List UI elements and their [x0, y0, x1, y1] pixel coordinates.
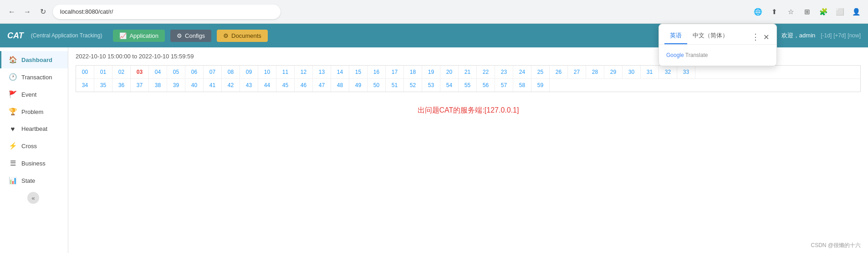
sidebar-item-cross[interactable]: ⚡ Cross	[0, 137, 68, 155]
address-bar[interactable]	[53, 5, 281, 19]
time-cell-40[interactable]: 40	[185, 79, 204, 92]
time-cell-58[interactable]: 58	[513, 79, 531, 92]
translate-tab-chinese[interactable]: 中文（简体）	[687, 30, 734, 44]
time-cell-19[interactable]: 19	[422, 66, 440, 78]
time-cell-23[interactable]: 23	[495, 66, 513, 78]
time-cell-20[interactable]: 20	[440, 66, 459, 78]
puzzle-icon[interactable]: 🧩	[817, 5, 830, 18]
minus1d-link[interactable]: [-1d]	[821, 32, 832, 39]
time-cell-35[interactable]: 35	[94, 79, 112, 92]
google-text: Google	[666, 52, 684, 58]
time-cell-11[interactable]: 11	[276, 66, 295, 78]
time-cell-48[interactable]: 48	[331, 79, 349, 92]
translate-brand: Google Translate	[659, 48, 776, 62]
sidebar-item-heartbeat[interactable]: ♥ Heartbeat	[0, 120, 68, 137]
forward-button[interactable]: →	[21, 5, 34, 18]
time-cell-25[interactable]: 25	[531, 66, 550, 78]
time-cell-13[interactable]: 13	[313, 66, 331, 78]
documents-button[interactable]: ⚙ Documents	[217, 30, 268, 42]
browser-right-icons: 🌐 ⬆ ☆ ⊞ 🧩 ⬜ 👤	[751, 5, 863, 18]
time-cell-30[interactable]: 30	[623, 66, 641, 78]
time-cell-36[interactable]: 36	[112, 79, 131, 92]
extensions-icon[interactable]: ⊞	[801, 5, 813, 18]
time-cell-44[interactable]: 44	[258, 79, 276, 92]
time-cell-28[interactable]: 28	[586, 66, 604, 78]
time-cell-14[interactable]: 14	[331, 66, 349, 78]
time-cell-54[interactable]: 54	[440, 79, 459, 92]
footer-credit: CSDN @很懒的十六	[811, 242, 861, 249]
time-cell-16[interactable]: 16	[368, 66, 386, 78]
time-cell-32[interactable]: 32	[659, 66, 677, 78]
time-cell-08[interactable]: 08	[222, 66, 240, 78]
error-message: 出问题CAT的服务端:[127.0.0.1]	[76, 106, 861, 115]
app-subtitle: (Central Application Tracking)	[31, 32, 102, 39]
time-cell-49[interactable]: 49	[349, 79, 368, 92]
time-cell-03[interactable]: 03	[131, 66, 149, 78]
translate-tab-english[interactable]: 英语	[664, 30, 687, 44]
time-cell-15[interactable]: 15	[349, 66, 368, 78]
sidebar-label-transaction: Transaction	[21, 74, 52, 81]
time-cell-38[interactable]: 38	[149, 79, 167, 92]
time-cell-31[interactable]: 31	[641, 66, 659, 78]
time-cell-01[interactable]: 01	[94, 66, 112, 78]
time-cell-00[interactable]: 00	[76, 66, 94, 78]
time-cell-55[interactable]: 55	[459, 79, 477, 92]
time-cell-45[interactable]: 45	[276, 79, 295, 92]
time-cell-02[interactable]: 02	[112, 66, 131, 78]
application-button[interactable]: 📈 Application	[113, 30, 165, 42]
time-cell-41[interactable]: 41	[204, 79, 222, 92]
sidebar-item-problem[interactable]: 🏆 Problem	[0, 103, 68, 120]
time-cell-22[interactable]: 22	[477, 66, 495, 78]
time-cell-42[interactable]: 42	[222, 79, 240, 92]
time-cell-43[interactable]: 43	[240, 79, 258, 92]
time-cell-09[interactable]: 09	[240, 66, 258, 78]
translate-icon[interactable]: 🌐	[751, 5, 764, 18]
time-cell-53[interactable]: 53	[422, 79, 440, 92]
time-cell-18[interactable]: 18	[404, 66, 422, 78]
time-cell-39[interactable]: 39	[167, 79, 185, 92]
time-cell-17[interactable]: 17	[386, 66, 404, 78]
time-cell-46[interactable]: 46	[295, 79, 313, 92]
refresh-button[interactable]: ↻	[36, 5, 49, 18]
sidebar-collapse-button[interactable]: «	[27, 192, 39, 204]
time-cell-05[interactable]: 05	[167, 66, 185, 78]
time-cell-52[interactable]: 52	[404, 79, 422, 92]
sidebar-label-event: Event	[21, 91, 36, 98]
sidebar-item-state[interactable]: 📊 State	[0, 172, 68, 189]
time-cell-34[interactable]: 34	[76, 79, 94, 92]
time-cell-12[interactable]: 12	[295, 66, 313, 78]
sidebar-item-business[interactable]: ☰ Business	[0, 155, 68, 172]
sidebar-toggle-icon[interactable]: ⬜	[833, 5, 846, 18]
application-label: Application	[129, 32, 158, 39]
time-cell-47[interactable]: 47	[313, 79, 331, 92]
time-cell-56[interactable]: 56	[477, 79, 495, 92]
time-cell-26[interactable]: 26	[550, 66, 568, 78]
sidebar-item-event[interactable]: 🚩 Event	[0, 86, 68, 103]
back-button[interactable]: ←	[5, 5, 18, 18]
plus7d-link[interactable]: [+7d]	[833, 32, 846, 39]
time-cell-07[interactable]: 07	[204, 66, 222, 78]
time-cell-21[interactable]: 21	[459, 66, 477, 78]
sidebar-item-dashboard[interactable]: 🏠 Dashboard	[0, 51, 68, 68]
time-cell-50[interactable]: 50	[368, 79, 386, 92]
time-cell-24[interactable]: 24	[513, 66, 531, 78]
bookmark-icon[interactable]: ☆	[784, 5, 797, 18]
sidebar-item-transaction[interactable]: 🕐 Transaction	[0, 68, 68, 86]
time-cell-33[interactable]: 33	[677, 66, 695, 78]
time-cell-27[interactable]: 27	[568, 66, 586, 78]
translate-close-icon[interactable]: ✕	[761, 31, 771, 43]
time-cell-10[interactable]: 10	[258, 66, 276, 78]
share-icon[interactable]: ⬆	[768, 5, 781, 18]
time-cell-04[interactable]: 04	[149, 66, 167, 78]
now-link[interactable]: [now]	[848, 32, 861, 39]
problem-icon: 🏆	[9, 108, 17, 116]
time-cell-29[interactable]: 29	[604, 66, 623, 78]
time-cell-57[interactable]: 57	[495, 79, 513, 92]
configs-button[interactable]: ⚙ Configs	[170, 30, 211, 42]
time-cell-37[interactable]: 37	[131, 79, 149, 92]
translate-menu-icon[interactable]: ⋮	[750, 30, 761, 44]
time-cell-51[interactable]: 51	[386, 79, 404, 92]
time-cell-59[interactable]: 59	[531, 79, 550, 92]
time-cell-06[interactable]: 06	[185, 66, 204, 78]
profile-icon[interactable]: 👤	[850, 5, 863, 18]
